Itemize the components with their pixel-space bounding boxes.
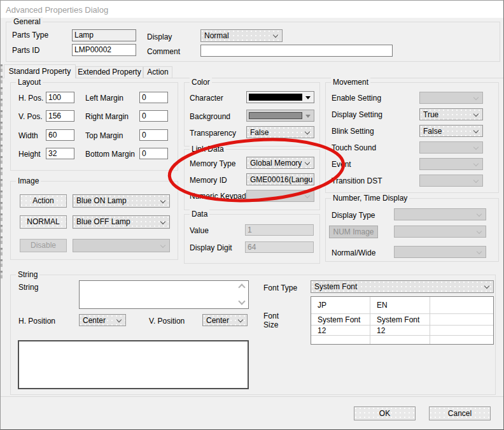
h-position-select[interactable]: Center [79,314,126,326]
comment-field[interactable] [200,45,393,57]
group-link-data-legend: Link Data [190,145,226,154]
h-pos-label: H. Pos. [18,94,43,103]
display-label: Display [147,32,172,41]
height-field[interactable]: 32 [46,148,74,159]
display-type-select [394,208,486,220]
comment-label: Comment [147,47,180,56]
enable-setting-label: Enable Setting [332,94,381,103]
right-margin-field[interactable]: 0 [139,110,168,122]
string-preview-box [18,340,249,389]
table-column-divider [430,297,430,344]
bottom-margin-field[interactable]: 0 [139,148,168,159]
action-image-button[interactable]: Action [20,194,67,208]
num-image-select [394,226,486,238]
display-select[interactable]: Normal [200,29,283,42]
dropdown-arrow-icon [305,96,311,99]
tab-action[interactable]: Action [143,66,172,78]
tab-strip-line [1,78,503,78]
transition-dst-select [419,175,483,187]
normal-wide-label: Normal/Wide [332,248,375,257]
top-margin-field[interactable]: 0 [139,129,168,141]
group-image-legend: Image [16,176,41,185]
num-image-button: NUM Image [329,226,378,238]
touch-sound-label: Touch Sound [332,143,376,152]
display-type-label: Display Type [332,211,375,220]
background-window-edge [1,64,3,280]
font-type-label: Font Type [263,283,297,292]
numeric-keypad-select [246,190,314,202]
background-color-select [246,110,314,122]
action-image-select[interactable]: Blue ON Lamp [73,194,170,208]
h-pos-field[interactable]: 100 [46,92,74,103]
table-header-en: EN [377,301,388,310]
top-margin-label: Top Margin [85,131,123,140]
tab-extended-property[interactable]: Extended Property [76,66,143,78]
bottom-margin-label: Bottom Margin [85,150,135,159]
right-margin-label: Right Margin [85,112,129,121]
normal-wide-select [394,246,486,258]
memory-id-label: Memory ID [190,176,227,185]
table-cell-jp-font: System Font [318,315,360,324]
parts-type-label: Parts Type [12,31,48,39]
cancel-button[interactable]: Cancel [429,406,491,420]
group-string-legend: String [16,270,39,279]
background-color-label: Background [190,112,230,121]
character-color-label: Character [190,94,223,103]
h-position-label: H. Position [18,317,55,326]
left-margin-label: Left Margin [85,94,123,103]
dropdown-arrow-icon [305,115,311,118]
v-position-label: V. Position [149,317,185,326]
background-color-swatch [249,112,302,119]
font-size-label: Font Size [263,312,279,329]
left-margin-field[interactable]: 0 [139,92,168,103]
character-color-swatch [249,94,302,101]
v-pos-label: V. Pos. [18,112,43,121]
height-label: Height [18,150,41,159]
numeric-keypad-label: Numeric Keypad [190,192,246,201]
normal-image-select[interactable]: Blue OFF Lamp [73,215,170,229]
table-cell-en-font: System Font [377,315,419,324]
blink-setting-label: Blink Setting [332,127,374,136]
ok-button[interactable]: OK [354,406,416,420]
advanced-properties-dialog: Advanced Properties Dialog General Parts… [0,0,504,430]
memory-type-select[interactable]: Global Memory [246,157,314,169]
string-textarea[interactable] [79,280,249,309]
group-color-legend: Color [190,78,212,87]
table-row-divider [311,325,493,326]
value-label: Value [190,226,209,235]
disable-image-button: Disable [20,239,67,252]
font-size-table[interactable]: JP EN System Font System Font 12 12 [311,296,494,345]
v-position-select[interactable]: Center [202,314,248,326]
parts-id-label: Parts ID [12,46,39,55]
tab-panel-bottom-line [1,396,503,397]
table-column-divider [370,297,370,344]
font-type-select[interactable]: System Font [311,280,494,293]
group-number-time-display-legend: Number, Time Display [331,194,409,203]
width-field[interactable]: 60 [46,129,74,141]
touch-sound-select [419,141,483,154]
group-movement-legend: Movement [331,78,370,87]
display-digit-label: Display Digit [190,243,232,252]
group-layout-legend: Layout [16,78,43,87]
event-select [419,158,483,170]
table-cell-en-size: 12 [377,326,385,335]
table-header-jp: JP [318,301,326,310]
display-setting-select[interactable]: True [419,108,483,120]
character-color-select[interactable] [246,91,314,103]
group-general-legend: General [11,17,43,26]
disable-image-select [73,239,170,252]
transparency-select[interactable]: False [246,126,314,138]
parts-id-field[interactable]: LMP00002 [72,44,136,56]
string-label: String [18,283,38,292]
title-bar[interactable]: Advanced Properties Dialog [1,1,503,18]
value-field: 1 [245,224,314,236]
table-row-divider [311,313,493,314]
normal-image-button[interactable]: NORMAL [20,215,67,229]
table-row-divider [311,335,493,336]
width-label: Width [18,131,38,140]
tab-standard-property[interactable]: Standard Property [4,64,76,78]
table-cell-jp-size: 12 [318,326,326,335]
v-pos-field[interactable]: 156 [46,110,74,122]
memory-id-select[interactable]: GME00016(Langu [246,173,314,185]
blink-setting-select[interactable]: False [419,125,483,137]
